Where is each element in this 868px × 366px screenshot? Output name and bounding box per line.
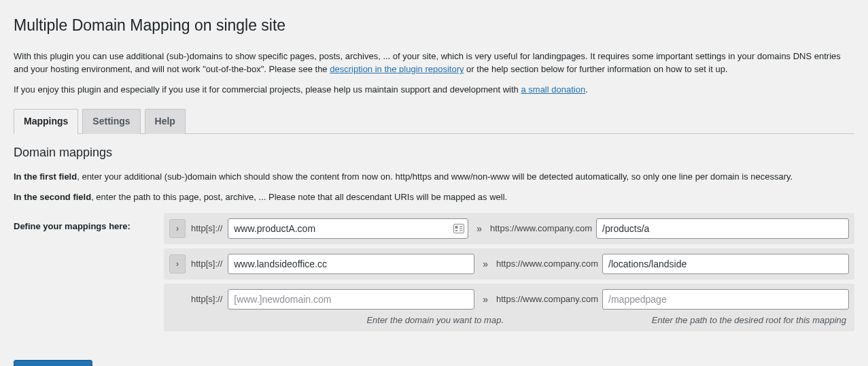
donation-link[interactable]: a small donation (521, 84, 585, 95)
base-url-label: https://www.company.com (490, 222, 592, 235)
base-url-label: https://www.company.com (496, 293, 598, 306)
instr-bold-1: In the first field (14, 171, 77, 182)
expand-toggle[interactable]: › (169, 254, 186, 273)
intro-paragraph-2: If you enjoy this plugin and especially … (14, 83, 854, 97)
tab-mappings[interactable]: Mappings (14, 109, 78, 134)
instructions-line-2: In the second field, enter the path to t… (14, 190, 854, 204)
mappings-container: › http[s]:// » https://www.company.com ›… (164, 213, 854, 335)
intro-text-2: or the help section below for further in… (464, 64, 728, 74)
save-button[interactable]: Save Mappings (14, 360, 92, 367)
tab-help[interactable]: Help (145, 109, 186, 134)
protocol-prefix: http[s]:// (190, 222, 224, 235)
section-title: Domain mappings (14, 144, 854, 162)
mapping-row: › http[s]:// » https://www.company.com (164, 213, 854, 244)
instr-text-2: , enter the path to this page, post, arc… (91, 192, 507, 202)
arrow-icon: » (479, 257, 492, 271)
expand-toggle[interactable]: › (169, 219, 186, 238)
domain-input[interactable] (228, 254, 474, 274)
domain-hint: Enter the domain you want to map. (169, 314, 512, 327)
path-input[interactable] (602, 254, 849, 274)
domain-input[interactable] (228, 218, 468, 239)
mapping-row: › http[s]:// » https://www.company.com (164, 248, 854, 280)
path-input[interactable] (596, 218, 849, 239)
protocol-prefix: http[s]:// (190, 293, 224, 306)
base-url-label: https://www.company.com (496, 257, 598, 271)
instr-text-1: , enter your additional (sub-)domain whi… (77, 171, 793, 182)
instructions-line-1: In the first field, enter your additiona… (14, 170, 854, 184)
arrow-icon: » (472, 222, 486, 236)
path-hint: Enter the path to the desired root for t… (512, 314, 849, 327)
plugin-repo-link[interactable]: description in the plugin repository (330, 64, 464, 74)
domain-input-new[interactable] (228, 289, 474, 310)
arrow-icon: » (479, 293, 492, 307)
intro-paragraph-1: With this plugin you can use additional … (14, 50, 854, 76)
mapping-row-new: http[s]:// » https://www.company.com Ent… (164, 284, 854, 331)
define-label: Define your mappings here: (14, 213, 164, 233)
path-input-new[interactable] (602, 289, 849, 310)
intro-text-3: If you enjoy this plugin and especially … (14, 84, 521, 95)
page-title: Multiple Domain Mapping on single site (14, 14, 854, 37)
intro-text-4: . (585, 84, 588, 95)
instr-bold-2: In the second field (14, 192, 91, 202)
tab-settings[interactable]: Settings (82, 109, 140, 134)
protocol-prefix: http[s]:// (190, 257, 224, 271)
tab-bar: Mappings Settings Help (14, 108, 854, 134)
